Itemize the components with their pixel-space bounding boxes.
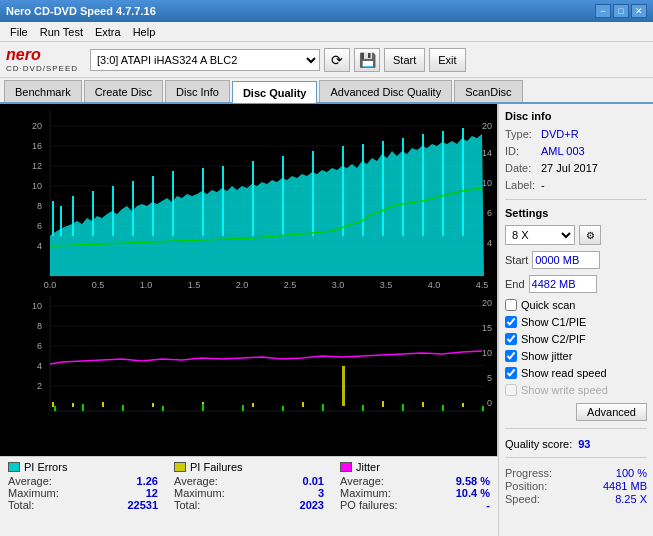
svg-text:2.0: 2.0 — [236, 280, 249, 290]
exit-button[interactable]: Exit — [429, 48, 465, 72]
jitter-label: Jitter — [356, 461, 380, 473]
right-panel: Disc info Type: DVD+R ID: AML 003 Date: … — [498, 104, 653, 536]
menu-file[interactable]: File — [4, 24, 34, 40]
show-c2pif-check[interactable] — [505, 333, 517, 345]
tab-benchmark[interactable]: Benchmark — [4, 80, 82, 102]
svg-rect-89 — [422, 402, 424, 407]
pi-errors-color — [8, 462, 20, 472]
svg-rect-36 — [112, 186, 114, 236]
svg-text:0: 0 — [487, 398, 492, 408]
svg-text:8: 8 — [37, 201, 42, 211]
save-icon[interactable]: 💾 — [354, 48, 380, 72]
menu-run-test[interactable]: Run Test — [34, 24, 89, 40]
svg-text:1.5: 1.5 — [188, 412, 201, 414]
svg-rect-90 — [462, 403, 464, 407]
svg-rect-47 — [382, 141, 384, 236]
svg-text:2.5: 2.5 — [284, 280, 297, 290]
svg-text:2.5: 2.5 — [284, 412, 297, 414]
pi-errors-label: PI Errors — [24, 461, 67, 473]
toolbar: nero CD·DVD/SPEED [3:0] ATAPI iHAS324 A … — [0, 42, 653, 78]
svg-text:2: 2 — [37, 381, 42, 391]
quality-row: Quality score: 93 — [505, 438, 647, 450]
show-jitter-check[interactable] — [505, 350, 517, 362]
svg-text:12: 12 — [32, 161, 42, 171]
show-jitter-row: Show jitter — [505, 350, 647, 362]
disc-id-val: AML 003 — [541, 145, 585, 157]
show-c1pie-check[interactable] — [505, 316, 517, 328]
main-content: 20 16 12 10 8 6 4 20 14 10 6 4 0.0 0.5 1… — [0, 104, 653, 536]
tab-create-disc[interactable]: Create Disc — [84, 80, 163, 102]
speed-row: 8 X ⚙ — [505, 225, 647, 245]
svg-rect-87 — [342, 366, 345, 406]
tab-scan-disc[interactable]: ScanDisc — [454, 80, 522, 102]
start-mb-input[interactable] — [532, 251, 600, 269]
svg-text:0.0: 0.0 — [44, 412, 57, 414]
svg-rect-88 — [382, 401, 384, 407]
svg-text:10: 10 — [482, 348, 492, 358]
close-button[interactable]: ✕ — [631, 4, 647, 18]
quick-scan-check[interactable] — [505, 299, 517, 311]
pi-failures-label: PI Failures — [190, 461, 243, 473]
disc-id-row: ID: AML 003 — [505, 145, 647, 157]
svg-rect-82 — [102, 402, 104, 407]
start-button[interactable]: Start — [384, 48, 425, 72]
tab-disc-quality[interactable]: Disc Quality — [232, 81, 318, 103]
minimize-button[interactable]: − — [595, 4, 611, 18]
svg-rect-37 — [132, 181, 134, 236]
end-mb-input[interactable] — [529, 275, 597, 293]
svg-rect-45 — [342, 146, 344, 236]
show-write-speed-check — [505, 384, 517, 396]
svg-rect-49 — [422, 134, 424, 236]
quick-scan-row: Quick scan — [505, 299, 647, 311]
svg-rect-44 — [312, 151, 314, 236]
svg-text:6: 6 — [37, 221, 42, 231]
svg-text:0.5: 0.5 — [92, 280, 105, 290]
refresh-icon[interactable]: ⟳ — [324, 48, 350, 72]
show-read-speed-check[interactable] — [505, 367, 517, 379]
advanced-button[interactable]: Advanced — [576, 403, 647, 421]
speed-select[interactable]: 8 X — [505, 225, 575, 245]
tab-advanced-disc-quality[interactable]: Advanced Disc Quality — [319, 80, 452, 102]
title-bar: Nero CD-DVD Speed 4.7.7.16 − □ ✕ — [0, 0, 653, 22]
chart-panel: 20 16 12 10 8 6 4 20 14 10 6 4 0.0 0.5 1… — [0, 104, 498, 536]
svg-rect-95 — [202, 404, 204, 411]
svg-text:20: 20 — [482, 298, 492, 308]
settings-icon[interactable]: ⚙ — [579, 225, 601, 245]
svg-rect-83 — [152, 403, 154, 407]
divider-2 — [505, 428, 647, 429]
menu-help[interactable]: Help — [127, 24, 162, 40]
svg-rect-96 — [242, 405, 244, 411]
legend-pi-errors: PI Errors Average: 1.26 Maximum: 12 Tota… — [8, 461, 158, 511]
menu-bar: File Run Test Extra Help — [0, 22, 653, 42]
svg-text:10: 10 — [32, 301, 42, 311]
app-title: Nero CD-DVD Speed 4.7.7.16 — [6, 5, 156, 17]
svg-text:1.0: 1.0 — [140, 280, 153, 290]
disc-type-val: DVD+R — [541, 128, 579, 140]
svg-text:3.5: 3.5 — [380, 412, 393, 414]
svg-rect-102 — [482, 406, 484, 411]
svg-text:4.5: 4.5 — [476, 280, 489, 290]
jitter-color — [340, 462, 352, 472]
maximize-button[interactable]: □ — [613, 4, 629, 18]
svg-text:4.5: 4.5 — [476, 412, 489, 414]
svg-rect-86 — [302, 402, 304, 407]
svg-rect-92 — [82, 404, 84, 411]
svg-rect-48 — [402, 138, 404, 236]
tab-disc-info[interactable]: Disc Info — [165, 80, 230, 102]
show-read-speed-row: Show read speed — [505, 367, 647, 379]
nero-logo: nero CD·DVD/SPEED — [6, 46, 78, 73]
svg-rect-38 — [152, 176, 154, 236]
svg-text:10: 10 — [482, 178, 492, 188]
svg-rect-98 — [322, 404, 324, 411]
svg-rect-85 — [252, 403, 254, 407]
svg-rect-41 — [222, 166, 224, 236]
menu-extra[interactable]: Extra — [89, 24, 127, 40]
svg-rect-93 — [122, 405, 124, 411]
start-mb-row: Start — [505, 251, 647, 269]
disc-date-row: Date: 27 Jul 2017 — [505, 162, 647, 174]
progress-section: Progress: 100 % Position: 4481 MB Speed:… — [505, 467, 647, 506]
disc-label-val: - — [541, 179, 545, 191]
svg-text:14: 14 — [482, 148, 492, 158]
drive-select[interactable]: [3:0] ATAPI iHAS324 A BLC2 — [90, 49, 320, 71]
svg-text:16: 16 — [32, 141, 42, 151]
